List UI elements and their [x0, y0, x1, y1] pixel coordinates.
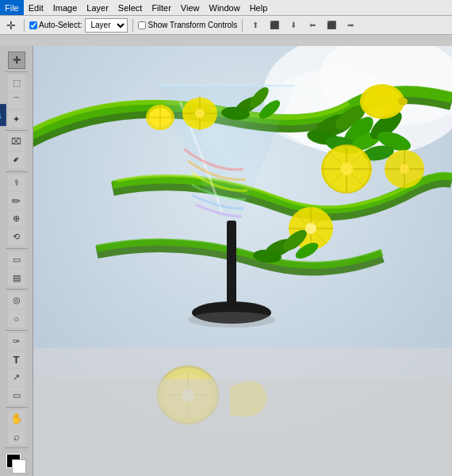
gradient-tool-button[interactable]: ▤ — [8, 269, 25, 286]
menu-view[interactable]: View — [176, 0, 205, 15]
tool-separator2 — [6, 130, 28, 131]
layer-select[interactable]: Layer Group — [85, 18, 128, 33]
tool-separator — [6, 71, 28, 72]
separator — [24, 19, 25, 32]
options-toolbar: ✛ Auto-Select: Layer Group Show Transfor… — [0, 16, 452, 35]
menu-edit[interactable]: Edit — [24, 0, 48, 15]
svg-point-54 — [305, 223, 316, 234]
align-vcenter-icon[interactable]: ⬛ — [266, 17, 282, 33]
history-brush-tool-button[interactable]: ⟲ — [8, 228, 25, 246]
menu-filter[interactable]: Filter — [147, 0, 175, 15]
clone-stamp-tool-button[interactable]: ⊕ — [8, 210, 25, 228]
hand-tool-button[interactable]: ✋ — [8, 410, 25, 428]
healing-brush-tool-button[interactable]: ⚕ — [8, 175, 25, 192]
auto-select-label: Auto-Select: — [39, 21, 82, 29]
svg-point-32 — [400, 164, 409, 174]
main-area: 400 450 500 550 600 650 700 750 800 850 … — [33, 35, 452, 476]
tool-separator8 — [6, 447, 28, 448]
move-tool-button[interactable]: ✛ — [8, 52, 25, 69]
svg-rect-60 — [33, 379, 452, 476]
menu-layer[interactable]: Layer — [82, 0, 113, 15]
align-right-icon[interactable]: ➡ — [343, 17, 358, 33]
pen-tool-button[interactable]: ✑ — [8, 333, 25, 351]
tool-separator6 — [6, 330, 28, 331]
canvas-content[interactable] — [33, 46, 452, 476]
menu-image[interactable]: Image — [48, 0, 82, 15]
brush-tool-button[interactable]: ✏ — [8, 192, 25, 209]
photoshop-logo: Ps — [0, 104, 6, 126]
menu-window[interactable]: Window — [205, 0, 245, 15]
show-transform-checkbox[interactable] — [138, 21, 146, 29]
svg-point-61 — [188, 312, 275, 328]
rectangular-marquee-tool-button[interactable]: ⬚ — [8, 75, 25, 92]
zoom-tool-button[interactable]: ⌕ — [8, 428, 25, 445]
svg-point-21 — [398, 98, 408, 106]
auto-select-checkbox[interactable] — [29, 21, 37, 29]
eyedropper-tool-button[interactable]: ✒ — [8, 152, 25, 169]
path-select-tool-button[interactable]: ↗ — [8, 369, 25, 386]
svg-point-36 — [195, 109, 205, 118]
tool-separator5 — [6, 289, 28, 290]
show-transform-checkbox-group: Show Transform Controls — [138, 21, 237, 29]
separator3 — [242, 19, 243, 32]
tool-separator4 — [6, 248, 28, 249]
align-hcenter-icon[interactable]: ⬛ — [324, 17, 339, 33]
show-transform-label: Show Transform Controls — [147, 21, 237, 29]
svg-rect-4 — [227, 221, 236, 308]
eraser-tool-button[interactable]: ▭ — [8, 251, 25, 269]
blur-tool-button[interactable]: ◎ — [8, 292, 25, 309]
canvas-area: -350 -300 -250 -200 -150 -100 -50 0 50 1… — [33, 46, 452, 476]
menu-file[interactable]: File — [0, 0, 24, 15]
align-bottom-icon[interactable]: ⬇ — [285, 17, 301, 33]
lasso-tool-button[interactable]: ⌒ — [8, 92, 25, 109]
auto-select-checkbox-group: Auto-Select: — [29, 21, 82, 29]
move-tool-icon[interactable]: ✛ — [3, 17, 19, 33]
menu-select[interactable]: Select — [113, 0, 147, 15]
align-top-icon[interactable]: ⬆ — [247, 17, 263, 33]
quick-select-tool-button[interactable]: ✦ — [8, 110, 25, 128]
svg-point-27 — [340, 163, 353, 175]
tool-separator3 — [6, 171, 28, 172]
crop-tool-button[interactable]: ⌧ — [8, 133, 25, 151]
left-toolbar: Ps ✛ ⬚ ⌒ ✦ ⌧ ✒ ⚕ ✏ ⊕ ⟲ ▭ ▤ ◎ ○ ✑ — [0, 46, 33, 476]
tool-separator7 — [6, 407, 28, 408]
menu-help[interactable]: Help — [245, 0, 273, 15]
shape-tool-button[interactable]: ▭ — [8, 387, 25, 405]
canvas-illustration — [33, 46, 452, 476]
foreground-background-colors[interactable] — [6, 454, 27, 474]
align-left-icon[interactable]: ⬅ — [305, 17, 320, 33]
menu-bar: File Edit Image Layer Select Filter View… — [0, 0, 452, 16]
separator2 — [132, 19, 133, 32]
text-tool-button[interactable]: T — [8, 351, 25, 368]
dodge-tool-button[interactable]: ○ — [8, 310, 25, 328]
svg-point-20 — [363, 87, 401, 116]
